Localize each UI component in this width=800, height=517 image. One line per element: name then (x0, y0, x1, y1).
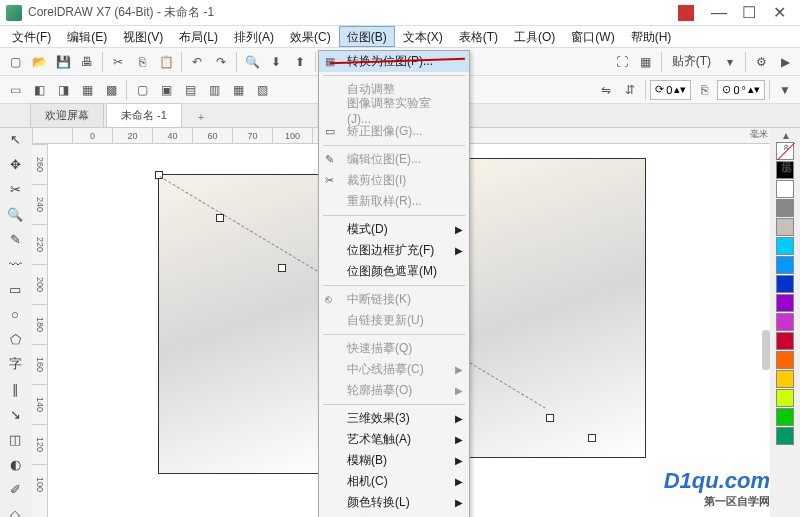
shape-tool[interactable]: ✥ (4, 153, 26, 175)
options2-button[interactable]: ▼ (774, 79, 796, 101)
menu-item[interactable]: 排列(A) (226, 26, 282, 47)
cut-button[interactable]: ✂ (107, 51, 129, 73)
pattern-button[interactable]: ▦ (76, 79, 98, 101)
rectangle-object[interactable] (158, 174, 328, 474)
close-button[interactable]: ✕ (764, 3, 794, 22)
wrap6-button[interactable]: ▧ (251, 79, 273, 101)
menu-item[interactable]: 帮助(H) (623, 26, 680, 47)
snap-dropdown-icon[interactable]: ▾ (719, 51, 741, 73)
menu-item[interactable]: 模糊(B)▶ (319, 450, 469, 471)
menu-item[interactable]: 颜色转换(L)▶ (319, 492, 469, 513)
crop-tool[interactable]: ✂ (4, 178, 26, 200)
wrap4-button[interactable]: ▥ (203, 79, 225, 101)
menu-item[interactable]: 相机(C)▶ (319, 471, 469, 492)
color-swatch[interactable] (776, 408, 794, 426)
shadow-tool[interactable]: ◫ (4, 428, 26, 450)
menu-item[interactable]: 文本(X) (395, 26, 451, 47)
options-button[interactable]: ⚙ (750, 51, 772, 73)
new-tab-button[interactable]: + (184, 107, 218, 127)
print-button[interactable]: 🖶 (76, 51, 98, 73)
redo-button[interactable]: ↷ (210, 51, 232, 73)
flip-h-button[interactable]: ⇋ (595, 79, 617, 101)
menu-item[interactable]: 效果(C) (282, 26, 339, 47)
color-swatch[interactable] (776, 180, 794, 198)
menu-item[interactable]: 轮廓图(O)▶ (319, 513, 469, 517)
menu-item[interactable]: 视图(V) (115, 26, 171, 47)
menu-item[interactable]: 位图边框扩充(F)▶ (319, 240, 469, 261)
wrap2-button[interactable]: ▣ (155, 79, 177, 101)
minimize-button[interactable]: — (704, 4, 734, 22)
color-swatch[interactable] (776, 313, 794, 331)
color-swatch[interactable] (776, 218, 794, 236)
color-swatch[interactable] (776, 161, 794, 179)
polygon-tool[interactable]: ⬠ (4, 328, 26, 350)
gradient-button[interactable]: ◨ (52, 79, 74, 101)
menu-item[interactable]: 艺术笔触(A)▶ (319, 429, 469, 450)
palette-up-icon[interactable]: ▴ (776, 128, 796, 142)
menu-item[interactable]: 位图(B) (339, 26, 395, 47)
menu-item[interactable]: 位图颜色遮罩(M) (319, 261, 469, 282)
menu-item[interactable]: 工具(O) (506, 26, 563, 47)
color-swatch[interactable] (776, 294, 794, 312)
color-swatch[interactable] (776, 370, 794, 388)
copy-props-button[interactable]: ⎘ (693, 79, 715, 101)
angle-input[interactable]: ⟳0▴▾ (650, 80, 691, 100)
freehand-tool[interactable]: ✎ (4, 228, 26, 250)
outline-tool[interactable]: ◇ (4, 503, 26, 517)
color-swatch[interactable] (776, 351, 794, 369)
color-swatch[interactable] (776, 275, 794, 293)
eyedropper-tool[interactable]: ✐ (4, 478, 26, 500)
pick-tool[interactable]: ↖ (4, 128, 26, 150)
text-tool[interactable]: 字 (4, 353, 26, 375)
color-swatch[interactable] (776, 427, 794, 445)
color-swatch[interactable] (776, 199, 794, 217)
document-tab[interactable]: 未命名 -1 (106, 103, 182, 127)
new-button[interactable]: ▢ (4, 51, 26, 73)
user-avatar-icon[interactable] (678, 5, 694, 21)
wrap5-button[interactable]: ▦ (227, 79, 249, 101)
flip-v-button[interactable]: ⇵ (619, 79, 641, 101)
save-button[interactable]: 💾 (52, 51, 74, 73)
parallel-tool[interactable]: ∥ (4, 378, 26, 400)
hint-panel-label[interactable]: « 提示 (779, 144, 794, 153)
wrap3-button[interactable]: ▤ (179, 79, 201, 101)
color-swatch[interactable] (776, 237, 794, 255)
copy-button[interactable]: ⎘ (131, 51, 153, 73)
fullscreen-button[interactable]: ⛶ (611, 51, 633, 73)
maximize-button[interactable]: ☐ (734, 3, 764, 22)
presets-button[interactable]: ▭ (4, 79, 26, 101)
scrollbar-thumb[interactable] (762, 330, 770, 370)
rectangle-tool[interactable]: ▭ (4, 278, 26, 300)
rotation-input[interactable]: ⊙0°▴▾ (717, 80, 765, 100)
menu-item[interactable]: 文件(F) (4, 26, 59, 47)
color-swatch[interactable] (776, 256, 794, 274)
menu-item[interactable]: 窗口(W) (563, 26, 622, 47)
import-button[interactable]: ⬇ (265, 51, 287, 73)
undo-button[interactable]: ↶ (186, 51, 208, 73)
search-button[interactable]: 🔍 (241, 51, 263, 73)
ellipse-tool[interactable]: ○ (4, 303, 26, 325)
zoom-tool[interactable]: 🔍 (4, 203, 26, 225)
selection-handle[interactable] (588, 434, 596, 442)
transparency-tool[interactable]: ◐ (4, 453, 26, 475)
layout-button[interactable]: ▦ (635, 51, 657, 73)
selection-handle[interactable] (546, 414, 554, 422)
edit-fill-button[interactable]: ◧ (28, 79, 50, 101)
launch-button[interactable]: ▶ (774, 51, 796, 73)
paste-button[interactable]: 📋 (155, 51, 177, 73)
menu-item[interactable]: 模式(D)▶ (319, 219, 469, 240)
connector-tool[interactable]: ↘ (4, 403, 26, 425)
open-button[interactable]: 📂 (28, 51, 50, 73)
color-swatch[interactable] (776, 389, 794, 407)
menu-item[interactable]: 表格(T) (451, 26, 506, 47)
snap-label[interactable]: 贴齐(T) (666, 53, 717, 70)
document-tab[interactable]: 欢迎屏幕 (30, 103, 104, 127)
texture-button[interactable]: ▩ (100, 79, 122, 101)
export-button[interactable]: ⬆ (289, 51, 311, 73)
selection-handle[interactable] (278, 264, 286, 272)
menu-item[interactable]: 三维效果(3)▶ (319, 408, 469, 429)
wrap1-button[interactable]: ▢ (131, 79, 153, 101)
menu-item[interactable]: 布局(L) (171, 26, 226, 47)
rectangle-object[interactable] (468, 158, 646, 458)
color-swatch[interactable] (776, 332, 794, 350)
